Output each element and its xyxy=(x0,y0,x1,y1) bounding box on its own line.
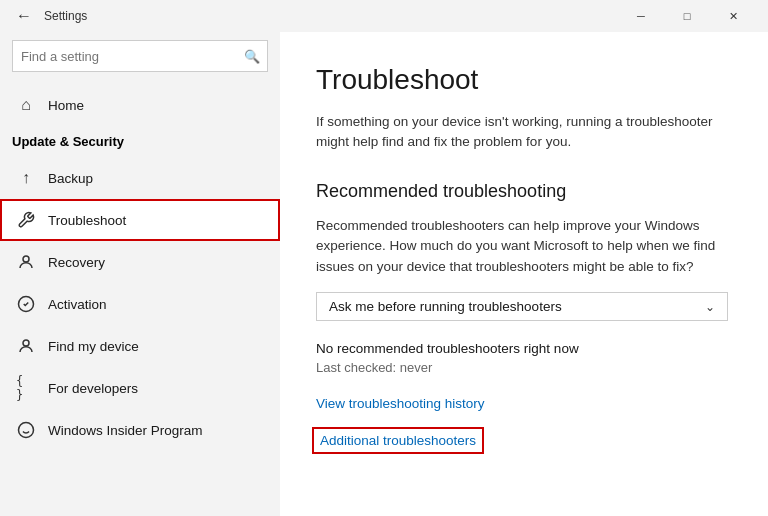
dropdown-value: Ask me before running troubleshooters xyxy=(329,299,562,314)
no-troubleshooters-text: No recommended troubleshooters right now xyxy=(316,341,728,356)
recovery-icon xyxy=(16,252,36,272)
additional-troubleshooters-link[interactable]: Additional troubleshooters xyxy=(316,431,480,450)
app-title: Settings xyxy=(44,9,87,23)
minimize-button[interactable]: ─ xyxy=(618,0,664,32)
sidebar-item-recovery[interactable]: Recovery xyxy=(0,241,280,283)
sidebar-item-fordevelopers-label: For developers xyxy=(48,381,138,396)
sidebar-item-activation-label: Activation xyxy=(48,297,107,312)
troubleshooter-dropdown[interactable]: Ask me before running troubleshooters ⌄ xyxy=(316,292,728,321)
sidebar-item-findmydevice[interactable]: Find my device xyxy=(0,325,280,367)
home-icon: ⌂ xyxy=(16,95,36,115)
page-description: If something on your device isn't workin… xyxy=(316,112,728,153)
main-layout: 🔍 ⌂ Home Update & Security ↑ Backup Trou… xyxy=(0,32,768,516)
insider-icon xyxy=(16,420,36,440)
sidebar-item-recovery-label: Recovery xyxy=(48,255,105,270)
sidebar-item-troubleshoot[interactable]: Troubleshoot xyxy=(0,199,280,241)
sidebar: 🔍 ⌂ Home Update & Security ↑ Backup Trou… xyxy=(0,32,280,516)
last-checked-text: Last checked: never xyxy=(316,360,728,375)
developer-icon: { } xyxy=(16,378,36,398)
back-button[interactable]: ← xyxy=(12,4,36,28)
activation-icon xyxy=(16,294,36,314)
sidebar-item-home-label: Home xyxy=(48,98,84,113)
recommended-heading: Recommended troubleshooting xyxy=(316,181,728,202)
search-icon: 🔍 xyxy=(244,49,260,64)
window-controls: ─ □ ✕ xyxy=(618,0,756,32)
svg-point-2 xyxy=(23,340,29,346)
recommended-desc: Recommended troubleshooters can help imp… xyxy=(316,216,728,279)
sidebar-item-home[interactable]: ⌂ Home xyxy=(0,84,280,126)
sidebar-item-windowsinsider-label: Windows Insider Program xyxy=(48,423,203,438)
search-input[interactable] xyxy=(12,40,268,72)
sidebar-item-fordevelopers[interactable]: { } For developers xyxy=(0,367,280,409)
content-area: Troubleshoot If something on your device… xyxy=(280,32,768,516)
sidebar-item-troubleshoot-label: Troubleshoot xyxy=(48,213,126,228)
svg-point-3 xyxy=(19,423,34,438)
svg-point-0 xyxy=(23,256,29,262)
sidebar-item-findmydevice-label: Find my device xyxy=(48,339,139,354)
sidebar-section-title: Update & Security xyxy=(0,126,280,157)
chevron-down-icon: ⌄ xyxy=(705,300,715,314)
close-button[interactable]: ✕ xyxy=(710,0,756,32)
view-history-link[interactable]: View troubleshooting history xyxy=(316,396,485,411)
search-container: 🔍 xyxy=(12,40,268,72)
wrench-icon xyxy=(16,210,36,230)
backup-icon: ↑ xyxy=(16,168,36,188)
titlebar: ← Settings ─ □ ✕ xyxy=(0,0,768,32)
page-title: Troubleshoot xyxy=(316,64,728,96)
maximize-button[interactable]: □ xyxy=(664,0,710,32)
findmydevice-icon xyxy=(16,336,36,356)
sidebar-item-activation[interactable]: Activation xyxy=(0,283,280,325)
sidebar-item-backup[interactable]: ↑ Backup xyxy=(0,157,280,199)
sidebar-item-windowsinsider[interactable]: Windows Insider Program xyxy=(0,409,280,451)
sidebar-item-backup-label: Backup xyxy=(48,171,93,186)
